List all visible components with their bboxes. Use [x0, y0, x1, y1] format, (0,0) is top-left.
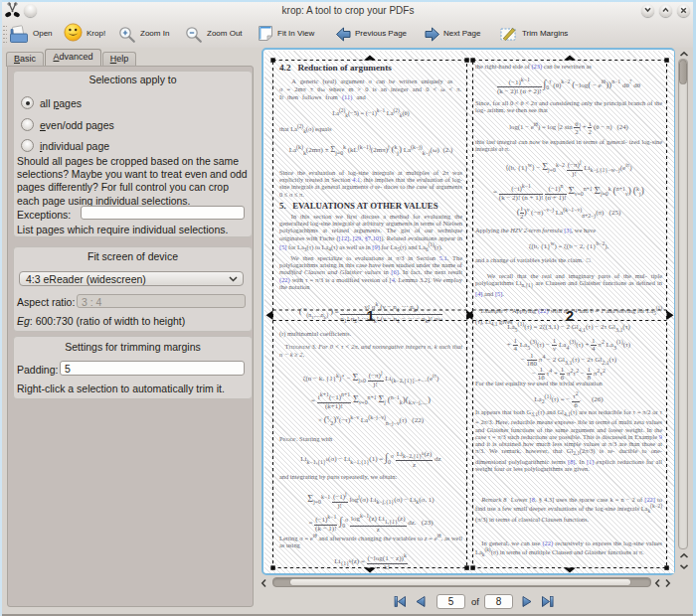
svg-text:2: 2 — [566, 308, 574, 324]
svg-text:1: 1 — [366, 308, 374, 324]
